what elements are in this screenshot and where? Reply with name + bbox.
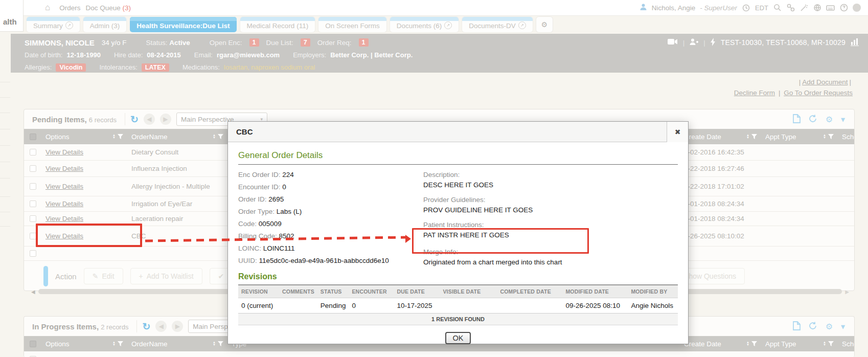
order-req-label: Order Req: xyxy=(317,39,352,47)
dialog-header[interactable]: CBC ✖ xyxy=(228,122,688,142)
edit-button[interactable]: ✎Edit xyxy=(84,268,123,284)
prev-page-button[interactable]: ◀ xyxy=(144,114,155,125)
next-page-button[interactable]: ▶ xyxy=(172,321,183,332)
row-checkbox[interactable] xyxy=(30,250,36,257)
annotation-box-cbc-row xyxy=(36,224,142,247)
chart-icon[interactable] xyxy=(851,38,860,48)
order-req-badge[interactable]: 1 xyxy=(359,38,369,47)
collapse-chevron-icon[interactable]: ▾ xyxy=(841,322,845,331)
view-details-link[interactable]: View Details xyxy=(45,148,83,156)
revisions-table: REVISION COMMENTS STATUS ENCOUNTER DUE D… xyxy=(238,284,678,314)
refresh-icon[interactable]: ↻ xyxy=(130,114,139,125)
patient-name: SIMMONS, NICOLE xyxy=(25,38,95,47)
filter-icon[interactable] xyxy=(118,341,123,346)
add-to-waitlist-button[interactable]: +Add To Waitlist xyxy=(130,268,202,284)
next-page-button[interactable]: ▶ xyxy=(160,114,171,125)
view-details-link[interactable]: View Details xyxy=(45,165,83,172)
divider xyxy=(0,82,10,82)
open-enc-badge[interactable]: 1 xyxy=(249,38,259,47)
divider xyxy=(0,212,10,212)
sort-icon[interactable]: ▲▼ xyxy=(213,341,216,346)
filter-icon[interactable] xyxy=(751,341,757,346)
sort-icon[interactable]: ▲▼ xyxy=(746,341,749,346)
row-checkbox[interactable] xyxy=(30,200,36,207)
row-checkbox[interactable] xyxy=(30,149,36,155)
tab-medical-record[interactable]: Medical Record (11) xyxy=(240,17,315,32)
select-all-checkbox[interactable] xyxy=(30,341,36,347)
dob-value: 12-18-1990 xyxy=(66,51,101,59)
sort-icon[interactable]: ▲▼ xyxy=(112,134,116,139)
tab-summary[interactable]: Summary↗ xyxy=(27,17,80,32)
dialog-title: CBC xyxy=(228,127,253,136)
breadcrumb-doc-queue[interactable]: Doc Queue (3) xyxy=(86,4,131,12)
medications-value[interactable]: losartan, naproxen sodium oral xyxy=(224,63,315,71)
tab-admin[interactable]: Admin (3) xyxy=(83,17,127,32)
filter-icon[interactable] xyxy=(828,341,834,346)
collapse-chevron-icon[interactable]: ▾ xyxy=(841,115,845,124)
tab-documents[interactable]: Documents (6)↗ xyxy=(390,17,459,32)
settings-gear-icon[interactable]: ⚙ xyxy=(826,322,833,331)
video-icon[interactable] xyxy=(668,38,678,47)
popout-icon[interactable]: ↗ xyxy=(65,21,73,29)
help-icon[interactable] xyxy=(839,4,848,12)
view-details-link[interactable]: View Details xyxy=(45,183,83,190)
tab-settings-button[interactable]: ⚙ xyxy=(536,17,553,32)
filter-icon[interactable] xyxy=(751,134,757,139)
due-list-label: Due List: xyxy=(266,39,293,47)
allergy-badge[interactable]: Vicodin xyxy=(56,63,86,72)
select-all-checkbox[interactable] xyxy=(30,133,36,140)
intolerance-badge[interactable]: LATEX xyxy=(142,63,169,72)
view-details-link[interactable]: View Details xyxy=(45,215,83,222)
bolt-icon[interactable] xyxy=(711,38,716,48)
scroll-right-icon[interactable]: ▶ xyxy=(845,289,849,295)
tab-documents-dv[interactable]: Documents-DV↗ xyxy=(462,17,533,32)
view-details-link[interactable]: View Details xyxy=(45,200,83,208)
breadcrumb-orders[interactable]: Orders xyxy=(59,4,80,12)
refresh-icon[interactable]: ↻ xyxy=(142,321,150,332)
sync-icon[interactable] xyxy=(809,322,817,331)
new-document-icon[interactable] xyxy=(793,114,801,125)
settings-gear-icon[interactable]: ⚙ xyxy=(826,115,833,124)
email-value: rgara@mieweb.com xyxy=(217,51,280,59)
link-icon[interactable] xyxy=(786,4,795,12)
filter-icon[interactable] xyxy=(218,341,223,346)
sort-icon[interactable]: ▲▼ xyxy=(112,341,116,346)
new-document-icon[interactable] xyxy=(793,321,801,332)
filter-icon[interactable] xyxy=(828,134,834,139)
tab-on-screen-forms[interactable]: On Screen Forms xyxy=(318,17,386,32)
sort-icon[interactable]: ▲▼ xyxy=(213,134,216,139)
home-icon[interactable]: ⌂ xyxy=(45,3,50,13)
keyboard-icon[interactable] xyxy=(826,4,835,12)
document-links: |Add Document| Decline Form | Go To Orde… xyxy=(734,77,853,98)
popout-icon[interactable]: ↗ xyxy=(444,21,452,29)
close-icon[interactable]: ✖ xyxy=(667,122,688,142)
sidebar-fragment: alth xyxy=(0,0,24,32)
tab-health-surveillance-due-list[interactable]: Health Surveillance:Due List xyxy=(130,17,236,32)
prev-page-button[interactable]: ◀ xyxy=(155,321,167,332)
wand-icon[interactable] xyxy=(800,4,808,12)
employers-label: Employers: xyxy=(293,51,326,59)
row-checkbox[interactable] xyxy=(30,165,36,172)
row-checkbox[interactable] xyxy=(30,215,36,222)
go-to-order-requests-link[interactable]: Go To Order Requests xyxy=(784,89,853,97)
filter-icon[interactable] xyxy=(118,134,123,139)
add-document-link[interactable]: Add Document xyxy=(802,78,848,86)
scroll-left-icon[interactable]: ◀ xyxy=(31,289,35,295)
popout-icon[interactable]: ↗ xyxy=(518,21,526,29)
decline-form-link[interactable]: Decline Form xyxy=(734,89,775,97)
annotation-arrowhead xyxy=(405,235,411,243)
row-checkbox[interactable] xyxy=(30,233,36,239)
sort-icon[interactable]: ▲▼ xyxy=(823,134,826,139)
sort-icon[interactable]: ▲▼ xyxy=(823,341,826,346)
due-list-badge[interactable]: 7 xyxy=(301,38,310,47)
sync-icon[interactable] xyxy=(809,115,817,124)
add-person-icon[interactable] xyxy=(690,38,698,47)
search-icon[interactable] xyxy=(773,4,782,12)
globe-icon[interactable] xyxy=(813,4,821,12)
sort-icon[interactable]: ▲▼ xyxy=(746,134,749,139)
user-name[interactable]: Nichols, Angie xyxy=(652,4,696,12)
ok-button[interactable]: OK xyxy=(445,332,471,344)
filter-icon[interactable] xyxy=(218,134,223,139)
avatar[interactable] xyxy=(853,4,861,12)
row-checkbox[interactable] xyxy=(30,183,36,190)
